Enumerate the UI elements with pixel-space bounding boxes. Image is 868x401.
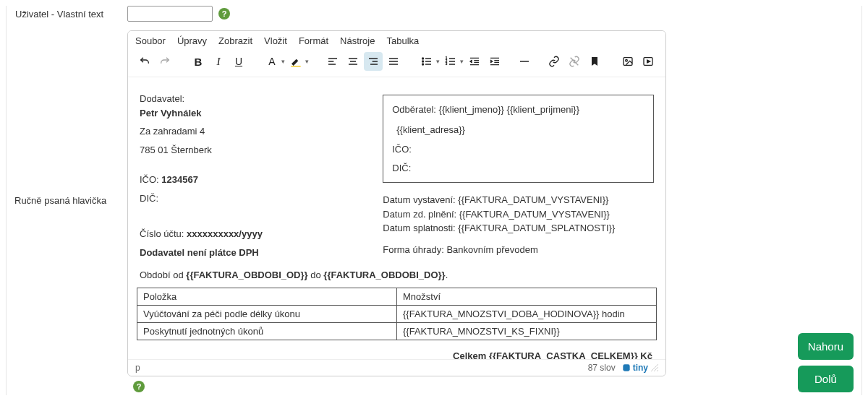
bullet-list-icon[interactable] bbox=[417, 52, 436, 71]
chevron-down-icon[interactable]: ▾ bbox=[305, 58, 309, 65]
link-icon[interactable] bbox=[545, 52, 563, 71]
item-header-1: Položka bbox=[137, 288, 397, 306]
svg-point-14 bbox=[422, 61, 424, 62]
account-value: xxxxxxxxxx/yyyy bbox=[187, 228, 263, 239]
help-icon[interactable]: ? bbox=[218, 8, 230, 20]
buyer-box: Odběratel: {{klient_jmeno}} {{klient_pri… bbox=[383, 95, 654, 183]
tiny-logo[interactable]: tiny bbox=[621, 363, 648, 373]
period-from: {{FAKTURA_OBDOBI_OD}} bbox=[186, 270, 307, 280]
svg-line-45 bbox=[657, 370, 658, 371]
menu-insert[interactable]: Vložit bbox=[264, 35, 287, 46]
manual-header-label: Ručně psaná hlavička bbox=[14, 195, 106, 206]
item-header-2: Množství bbox=[397, 288, 657, 306]
resize-handle-icon[interactable] bbox=[651, 364, 658, 371]
svg-point-36 bbox=[626, 59, 628, 61]
total-line: Celkem {{FAKTURA_CASTKA_CELKEM}} Kč bbox=[132, 343, 661, 359]
svg-text:3: 3 bbox=[446, 62, 448, 66]
supplier-ico: 1234567 bbox=[161, 174, 198, 185]
svg-rect-0 bbox=[291, 66, 300, 66]
items-table: PoložkaMnožství Vyúčtování za péči podle… bbox=[137, 288, 657, 340]
item-r1c1: Vyúčtování za péči podle délky úkonu bbox=[137, 306, 397, 323]
menu-view[interactable]: Zobrazit bbox=[218, 35, 252, 46]
rich-text-editor: Soubor Úpravy Zobrazit Vložit Formát Nás… bbox=[127, 30, 666, 376]
supplier-label: Dodavatel: bbox=[140, 92, 368, 106]
tiny-brand-text: tiny bbox=[633, 363, 648, 373]
chevron-down-icon[interactable]: ▾ bbox=[281, 58, 285, 65]
element-path[interactable]: p bbox=[135, 363, 588, 373]
underline-icon[interactable]: U bbox=[229, 52, 248, 71]
custom-text-input[interactable] bbox=[127, 6, 213, 22]
media-icon[interactable] bbox=[639, 52, 658, 71]
supplier-street: Za zahradami 4 bbox=[140, 124, 368, 139]
svg-rect-42 bbox=[623, 364, 629, 371]
unlink-icon[interactable] bbox=[565, 52, 584, 71]
supplier-dic-label: DIČ: bbox=[140, 191, 368, 206]
buyer-dic-label: DIČ: bbox=[392, 161, 644, 176]
account-label: Číslo účtu: bbox=[140, 228, 184, 239]
editor-toolbar: B I U A▾ ▾ ▾ 123▾ bbox=[128, 48, 665, 77]
scroll-down-button[interactable]: Dolů bbox=[798, 366, 854, 392]
word-count: 87 slov bbox=[588, 363, 616, 373]
align-center-icon[interactable] bbox=[344, 52, 362, 71]
chevron-down-icon[interactable]: ▾ bbox=[460, 58, 464, 65]
horizontal-rule-icon[interactable] bbox=[519, 52, 530, 71]
period-suffix: . bbox=[446, 270, 448, 280]
chevron-down-icon[interactable]: ▾ bbox=[436, 58, 440, 65]
date-due: Datum splatnosti: {{FAKTURA_DATUM_SPLATN… bbox=[383, 221, 654, 236]
undo-icon[interactable] bbox=[135, 52, 154, 71]
italic-icon[interactable]: I bbox=[209, 52, 228, 71]
menu-edit[interactable]: Úpravy bbox=[177, 35, 207, 46]
item-r1c2: {{FAKTURA_MNOZSTVI_DOBA_HODINOVA}} hodin bbox=[397, 306, 657, 323]
editor-content[interactable]: Dodavatel: Petr Vyhnálek Za zahradami 4 … bbox=[128, 77, 665, 359]
buyer-label: Odběratel: bbox=[392, 104, 436, 115]
period-mid: do bbox=[308, 270, 324, 280]
svg-point-15 bbox=[422, 64, 424, 65]
period-prefix: Období od bbox=[140, 270, 186, 280]
menu-table[interactable]: Tabulka bbox=[386, 35, 419, 46]
date-issued: Datum vystavení: {{FAKTURA_DATUM_VYSTAVE… bbox=[383, 193, 654, 207]
supplier-name: Petr Vyhnálek bbox=[140, 108, 202, 118]
svg-point-13 bbox=[422, 58, 424, 59]
bold-icon[interactable]: B bbox=[189, 52, 208, 71]
image-icon[interactable] bbox=[618, 52, 637, 71]
menu-file[interactable]: Soubor bbox=[135, 35, 166, 46]
indent-icon[interactable] bbox=[485, 52, 504, 71]
outdent-icon[interactable] bbox=[465, 52, 484, 71]
period-to: {{FAKTURA_OBDOBI_DO}} bbox=[323, 270, 445, 280]
align-left-icon[interactable] bbox=[323, 52, 342, 71]
menu-format[interactable]: Formát bbox=[299, 35, 328, 46]
custom-text-label: Uživatel - Vlastní text bbox=[15, 9, 127, 20]
buyer-address: {{klient_adresa}} bbox=[392, 123, 644, 137]
text-color-icon[interactable]: A bbox=[263, 52, 281, 71]
buyer-ico-label: IČO: bbox=[392, 142, 644, 157]
vat-note: Dodavatel není plátce DPH bbox=[140, 247, 259, 258]
svg-marker-38 bbox=[647, 60, 650, 63]
editor-statusbar: p 87 slov tiny bbox=[128, 359, 665, 376]
highlight-icon[interactable] bbox=[286, 52, 305, 71]
align-right-icon[interactable] bbox=[364, 52, 383, 71]
payment-method: Forma úhrady: Bankovním převodem bbox=[383, 243, 654, 257]
buyer-name: {{klient_jmeno}} {{klient_prijmeni}} bbox=[439, 104, 579, 115]
scroll-up-button[interactable]: Nahoru bbox=[798, 333, 854, 360]
help-icon[interactable]: ? bbox=[133, 381, 145, 392]
date-tax: Datum zd. plnění: {{FAKTURA_DATUM_VYSTAV… bbox=[383, 207, 654, 222]
period-line: Období od {{FAKTURA_OBDOBI_OD}} do {{FAK… bbox=[132, 265, 661, 285]
supplier-ico-label: IČO: bbox=[140, 174, 159, 185]
align-justify-icon[interactable] bbox=[384, 52, 403, 71]
number-list-icon[interactable]: 123 bbox=[441, 52, 460, 71]
item-r2c1: Poskytnutí jednotných úkonů bbox=[137, 323, 397, 340]
editor-menubar: Soubor Úpravy Zobrazit Vložit Formát Nás… bbox=[128, 31, 665, 48]
item-r2c2: {{FAKTURA_MNOZSTVI_KS_FIXNI}} bbox=[397, 323, 657, 340]
menu-tools[interactable]: Nástroje bbox=[340, 35, 375, 46]
supplier-city: 785 01 Šternberk bbox=[140, 143, 368, 158]
bookmark-icon[interactable] bbox=[585, 52, 604, 71]
redo-icon[interactable] bbox=[156, 52, 174, 71]
